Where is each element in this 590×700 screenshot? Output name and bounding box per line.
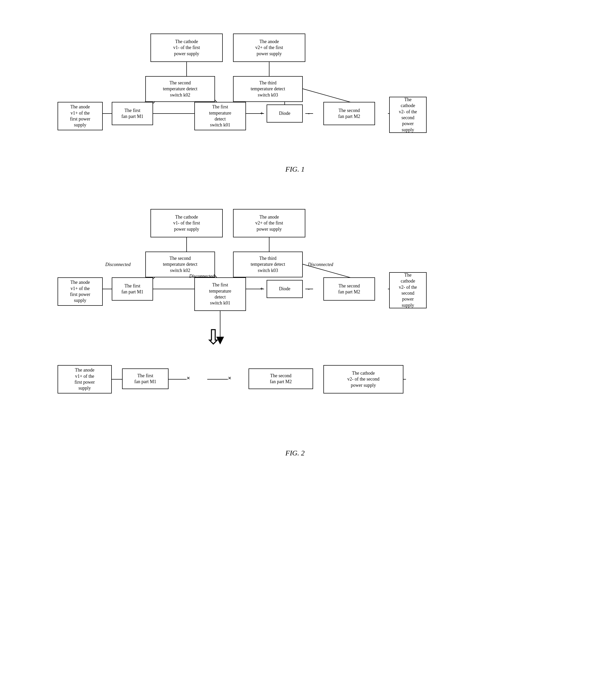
switch-k03-box-fig1: The third temperature detect switch k03 [233,76,303,102]
down-arrow: ⇩ [205,325,222,349]
minus-symbol-fig1: - [308,110,310,116]
page: The cathode v1- of the first power suppl… [10,10,580,464]
anode-v1plus-box-fig2: The anode v1+ of the first power supply [58,277,103,306]
minus-symbol-fig2: - [308,286,310,292]
disconnected-label-1: Disconnected [105,262,130,267]
cathode-v2-box-fig1: The cathode v2- of the second power supp… [389,97,427,133]
cathode-v2-box-fig2: The cathode v2- of the second power supp… [389,272,427,308]
fig1-label: FIG. 1 [50,165,540,173]
anode-v2plus-box-fig2: The anode v2+ of the first power supply [233,209,305,237]
fan-m2-box-fig2: The second fan part M2 [323,277,375,301]
plus-symbol-fig1: + [260,110,263,116]
fig2-label: FIG. 2 [50,449,540,457]
anode-v1plus-box-fig1: The anode v1+ of the first power supply [58,102,103,130]
switch-k01-box-fig1: The first temperature detect switch k01 [194,102,246,130]
disconnected-label-2: Disconnected [308,262,333,267]
figure-1: The cathode v1- of the first power suppl… [50,26,540,170]
figure-2: The cathode v1- of the first power suppl… [50,201,540,454]
fan-m1-bottom-box: The first fan part M1 [122,368,169,389]
cathode-v1-box-fig1: The cathode v1- of the first power suppl… [151,33,223,62]
diode-box-fig2: Diode [267,280,303,298]
fan-m1-box-fig1: The first fan part M1 [112,102,153,125]
diode-box-fig1: Diode [267,105,303,123]
anode-v1plus-bottom-box: The anode v1+ of the first power supply [58,365,112,393]
fan-m2-bottom-box: The second fan part M2 [249,368,313,389]
switch-k03-box-fig2: The third temperature detect switch k03 [233,252,303,277]
switch-k01-box-fig2: The first temperature detect switch k01 [194,277,246,311]
fan-m1-box-fig2: The first fan part M1 [112,277,153,301]
anode-v2plus-box-fig1: The anode v2+ of the first power supply [233,33,305,62]
x-mark-left: × [187,375,190,382]
x-mark-right: × [228,375,231,382]
plus-symbol-fig2: + [260,286,263,292]
cathode-v2-bottom-box: The cathode v2- of the second power supp… [323,365,403,393]
cathode-v1-box-fig2: The cathode v1- of the first power suppl… [151,209,223,237]
fan-m2-box-fig1: The second fan part M2 [323,102,375,125]
switch-k02-box-fig1: The second temperature detect switch k02 [145,76,215,102]
